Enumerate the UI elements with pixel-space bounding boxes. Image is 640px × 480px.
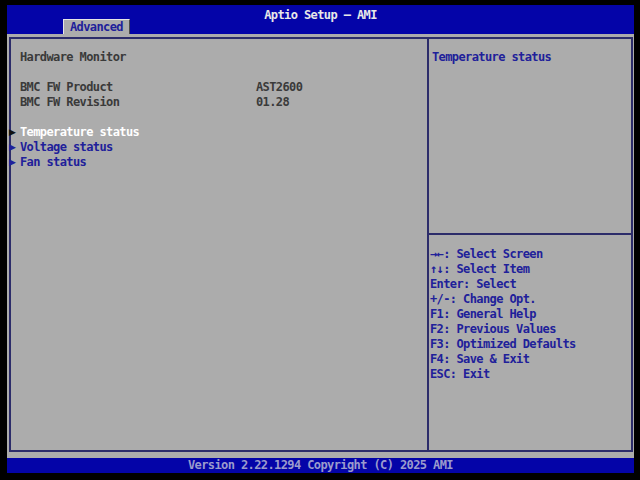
submenu-arrow-icon: ▶	[9, 127, 16, 138]
hotkey-esc-exit: ESC: Exit	[430, 368, 490, 381]
tab-advanced[interactable]: Advanced	[63, 19, 130, 35]
menu-item-fan-status[interactable]: ▶ Fan status	[7, 156, 417, 169]
info-label-bmc-fw-product: BMC FW Product	[20, 81, 113, 94]
info-value-bmc-fw-product: AST2600	[256, 81, 302, 94]
menu-item-label: Fan status	[20, 156, 86, 169]
panel-divider-vertical	[427, 37, 429, 452]
submenu-arrow-icon: ▶	[9, 157, 16, 168]
main-panel: Hardware Monitor BMC FW Product AST2600 …	[7, 34, 634, 458]
menu-item-temperature-status[interactable]: ▶ Temperature status	[7, 126, 417, 139]
header-bar: Aptio Setup – AMI Advanced	[7, 5, 634, 34]
hotkey-save-exit: F4: Save & Exit	[430, 353, 529, 366]
menu-item-voltage-status[interactable]: ▶ Voltage status	[7, 141, 417, 154]
menu-item-label: Temperature status	[20, 126, 139, 139]
section-title: Hardware Monitor	[20, 51, 126, 64]
help-description: Temperature status	[432, 51, 551, 64]
submenu-arrow-icon: ▶	[9, 142, 16, 153]
hotkey-general-help: F1: General Help	[430, 308, 536, 321]
help-panel-divider	[429, 233, 631, 235]
version-text: Version 2.22.1294 Copyright (C) 2025 AMI	[7, 459, 634, 472]
info-value-bmc-fw-revision: 01.28	[256, 96, 289, 109]
hotkey-previous-values: F2: Previous Values	[430, 323, 556, 336]
hotkey-enter-select: Enter: Select	[430, 278, 516, 291]
menu-item-label: Voltage status	[20, 141, 113, 154]
hotkey-select-item: ↑↓: Select Item	[430, 263, 529, 276]
footer-bar: Version 2.22.1294 Copyright (C) 2025 AMI	[7, 458, 634, 473]
hotkey-change-opt: +/-: Change Opt.	[430, 293, 536, 306]
bios-setup-screen: Aptio Setup – AMI Advanced Hardware Moni…	[0, 0, 640, 480]
hotkey-select-screen: →←: Select Screen	[430, 248, 543, 261]
info-label-bmc-fw-revision: BMC FW Revision	[20, 96, 119, 109]
hotkey-optimized-defaults: F3: Optimized Defaults	[430, 338, 576, 351]
